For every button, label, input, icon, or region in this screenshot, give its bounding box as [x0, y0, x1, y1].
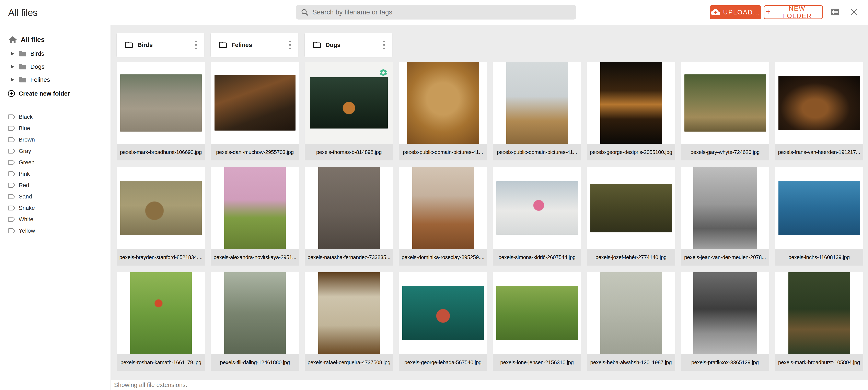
file-card[interactable]: pexels-thomas-b-814898.jpg — [305, 62, 393, 160]
folder-outline-icon — [312, 41, 321, 48]
thumbnail-image — [407, 62, 479, 144]
file-card[interactable]: pexels-pratikxox-3365129.jpg — [681, 272, 769, 371]
folder-icon — [19, 63, 27, 70]
file-card[interactable]: pexels-public-domain-pictures-41... — [399, 62, 487, 160]
file-name: pexels-george-desipris-2055100.jpg — [587, 144, 675, 160]
thumbnail-image — [310, 77, 388, 129]
sidebar-folder-birds[interactable]: Birds — [0, 47, 111, 60]
thumbnail-image — [224, 272, 286, 354]
file-thumbnail — [775, 167, 863, 249]
thumbnail-image — [318, 272, 380, 354]
search-input[interactable] — [312, 8, 571, 16]
sidebar-folder-felines[interactable]: Felines — [0, 73, 111, 86]
file-card[interactable]: pexels-dani-muchow-2955703.jpg — [211, 62, 299, 160]
file-card[interactable]: pexels-jean-van-der-meulen-2078... — [681, 167, 769, 266]
file-card[interactable]: pexels-george-desipris-2055100.jpg — [587, 62, 675, 160]
file-card[interactable]: pexels-inchs-11608139.jpg — [775, 167, 863, 266]
file-thumbnail — [493, 62, 581, 144]
file-card[interactable]: pexels-roshan-kamath-1661179.jpg — [117, 272, 205, 371]
sidebar-tag-label: Sand — [19, 193, 32, 200]
plus-circle-icon — [7, 90, 16, 98]
file-thumbnail — [681, 62, 769, 144]
tag-icon — [8, 217, 16, 222]
new-folder-button[interactable]: + NEW FOLDER — [764, 5, 823, 19]
sidebar-tag-red[interactable]: Red — [0, 180, 111, 191]
file-name: pexels-simona-kidrič-2607544.jpg — [493, 249, 581, 266]
thumbnail-image — [402, 286, 484, 340]
file-card[interactable]: pexels-till-daling-12461880.jpg — [211, 272, 299, 371]
gear-icon[interactable] — [379, 68, 388, 77]
folder-card-birds[interactable]: Birds — [117, 33, 204, 57]
plus-icon: + — [766, 7, 771, 16]
file-card[interactable]: pexels-brayden-stanford-8521834.... — [117, 167, 205, 266]
sidebar-item-all-files[interactable]: All files — [8, 33, 111, 46]
tag-icon — [8, 126, 16, 131]
file-name: pexels-thomas-b-814898.jpg — [305, 144, 393, 160]
caret-right-icon[interactable] — [11, 52, 14, 56]
file-card[interactable]: pexels-heba-alwahsh-12011987.jpg — [587, 272, 675, 371]
sidebar: All files Birds Dogs Felines Create new … — [0, 25, 111, 390]
sidebar-tag-label: Gray — [19, 148, 31, 154]
file-thumbnail — [305, 272, 393, 354]
list-view-button[interactable] — [829, 6, 841, 18]
file-name: pexels-jean-van-der-meulen-2078... — [681, 249, 769, 266]
sidebar-tag-label: Pink — [19, 171, 30, 177]
new-folder-button-label: NEW FOLDER — [773, 5, 821, 20]
sidebar-tag-pink[interactable]: Pink — [0, 168, 111, 180]
folder-card-dogs[interactable]: Dogs — [305, 33, 392, 57]
kebab-menu-icon[interactable] — [381, 39, 386, 51]
file-card[interactable]: pexels-dominika-roseclay-895259.... — [399, 167, 487, 266]
sidebar-folder-dogs[interactable]: Dogs — [0, 60, 111, 73]
folder-icon — [19, 50, 27, 57]
file-card[interactable]: pexels-simona-kidrič-2607544.jpg — [493, 167, 581, 266]
thumbnail-image — [684, 74, 766, 132]
sidebar-tag-brown[interactable]: Brown — [0, 134, 111, 145]
tag-list: Black Blue Brown Gray Green Pink Red — [0, 111, 111, 236]
file-card[interactable]: pexels-jozef-fehér-2774140.jpg — [587, 167, 675, 266]
sidebar-tag-label: White — [19, 216, 33, 223]
file-thumbnail — [493, 272, 581, 354]
file-thumbnail — [211, 62, 299, 144]
create-new-folder-label: Create new folder — [19, 90, 70, 97]
sidebar-tag-gray[interactable]: Gray — [0, 145, 111, 157]
upload-button[interactable]: UPLOAD... — [710, 5, 761, 19]
thumbnail-image — [600, 272, 662, 354]
search-bar[interactable] — [296, 5, 576, 20]
kebab-menu-icon[interactable] — [193, 39, 198, 51]
file-name: pexels-public-domain-pictures-41... — [399, 144, 487, 160]
sidebar-tag-blue[interactable]: Blue — [0, 123, 111, 134]
file-thumbnail — [681, 167, 769, 249]
thumbnail-image — [693, 167, 757, 249]
close-button[interactable] — [848, 6, 861, 18]
file-card[interactable]: pexels-natasha-fernandez-733835... — [305, 167, 393, 266]
folder-outline-icon — [218, 41, 227, 48]
caret-right-icon[interactable] — [11, 65, 14, 68]
sidebar-tag-label: Green — [19, 159, 35, 166]
folder-card-felines[interactable]: Felines — [211, 33, 298, 57]
sidebar-tag-white[interactable]: White — [0, 214, 111, 225]
file-card[interactable]: pexels-mark-broadhurst-105804.jpg — [775, 272, 863, 371]
file-thumbnail — [587, 167, 675, 249]
file-card[interactable]: pexels-gary-whyte-724626.jpg — [681, 62, 769, 160]
file-thumbnail — [305, 62, 393, 144]
file-card[interactable]: pexels-frans-van-heerden-191217... — [775, 62, 863, 160]
file-card[interactable]: pexels-alexandra-novitskaya-2951... — [211, 167, 299, 266]
file-name: pexels-roshan-kamath-1661179.jpg — [117, 354, 205, 371]
thumbnail-image — [778, 181, 860, 235]
file-card[interactable]: pexels-public-domain-pictures-41... — [493, 62, 581, 160]
sidebar-tag-snake[interactable]: Snake — [0, 202, 111, 214]
close-icon — [850, 8, 858, 15]
sidebar-tag-green[interactable]: Green — [0, 157, 111, 168]
sidebar-tag-sand[interactable]: Sand — [0, 191, 111, 202]
sidebar-tag-yellow[interactable]: Yellow — [0, 225, 111, 236]
file-card[interactable]: pexels-lone-jensen-2156310.jpg — [493, 272, 581, 371]
file-card[interactable]: pexels-george-lebada-567540.jpg — [399, 272, 487, 371]
caret-right-icon[interactable] — [11, 78, 14, 82]
file-grid: pexels-mark-broadhurst-106690.jpg pexels… — [117, 62, 863, 371]
sidebar-tag-black[interactable]: Black — [0, 111, 111, 123]
search-icon — [301, 8, 309, 16]
kebab-menu-icon[interactable] — [287, 39, 292, 51]
create-new-folder-button[interactable]: Create new folder — [7, 87, 111, 100]
file-card[interactable]: pexels-mark-broadhurst-106690.jpg — [117, 62, 205, 160]
file-card[interactable]: pexels-rafael-cerqueira-4737508.jpg — [305, 272, 393, 371]
